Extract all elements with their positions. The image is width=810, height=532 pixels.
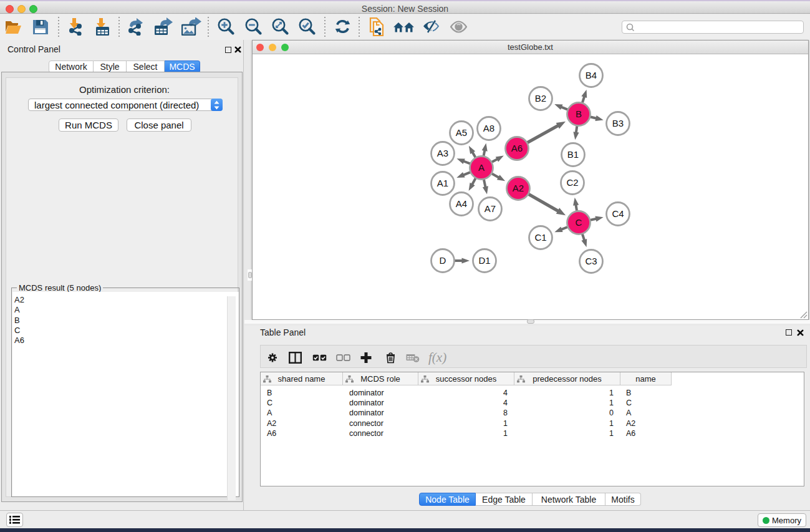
- svg-text:A4: A4: [456, 198, 467, 209]
- svg-text:B2: B2: [535, 93, 546, 104]
- svg-text:C2: C2: [566, 177, 578, 188]
- svg-text:A7: A7: [485, 203, 496, 214]
- svg-text:C3: C3: [585, 256, 597, 266]
- svg-text:A3: A3: [437, 148, 448, 158]
- svg-text:C4: C4: [612, 208, 624, 219]
- svg-text:B1: B1: [567, 149, 579, 160]
- svg-text:A6: A6: [511, 143, 523, 153]
- svg-text:B3: B3: [612, 118, 624, 128]
- svg-text:A1: A1: [437, 178, 448, 188]
- svg-text:D: D: [440, 255, 446, 266]
- svg-text:A5: A5: [456, 127, 467, 138]
- svg-text:B4: B4: [586, 70, 597, 80]
- svg-text:A2: A2: [513, 183, 524, 193]
- svg-text:A8: A8: [483, 123, 494, 133]
- svg-text:D1: D1: [478, 255, 490, 266]
- svg-text:C1: C1: [534, 232, 546, 243]
- svg-text:B: B: [576, 109, 582, 119]
- svg-text:C: C: [576, 217, 582, 228]
- svg-text:A: A: [478, 162, 485, 173]
